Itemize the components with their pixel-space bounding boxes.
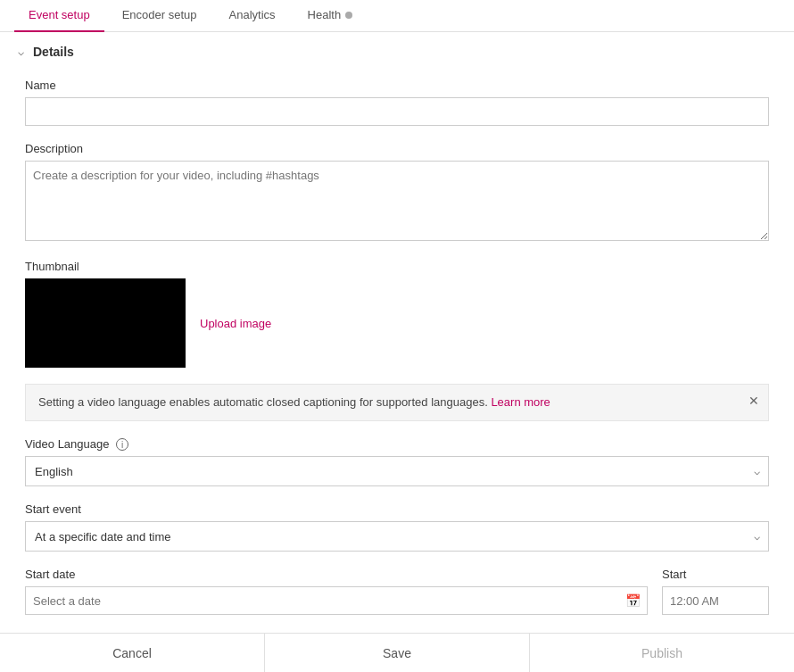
description-field-group: Description (25, 142, 769, 244)
start-date-input[interactable] (25, 586, 648, 615)
video-language-group: Video Language i English Spanish French … (25, 437, 769, 487)
info-banner-text: Setting a video language enables automat… (38, 395, 488, 409)
footer: Cancel Save Publish (0, 633, 794, 672)
details-section-header[interactable]: ⌵ Details (0, 32, 794, 71)
name-input[interactable] (25, 97, 769, 126)
main-content: ⌵ Details Name Description Thumbnail Upl… (0, 32, 794, 633)
start-date-label: Start date (25, 568, 648, 581)
start-date-group: Start date 📅 (25, 568, 648, 615)
details-section: ⌵ Details Name Description Thumbnail Upl… (0, 32, 794, 633)
tab-health[interactable]: Health (294, 0, 368, 32)
start-time-label: Start (662, 568, 769, 581)
video-language-select-wrapper: English Spanish French German Japanese C… (25, 456, 769, 486)
datetime-row: Start date 📅 Start (25, 568, 769, 615)
save-button[interactable]: Save (265, 634, 530, 672)
description-textarea[interactable] (25, 161, 769, 241)
tab-analytics[interactable]: Analytics (215, 0, 290, 32)
tab-event-setup[interactable]: Event setup (14, 0, 104, 32)
start-event-select[interactable]: At a specific date and time Immediately … (25, 521, 769, 552)
start-event-group: Start event At a specific date and time … (25, 502, 769, 552)
tab-bar: Event setup Encoder setup Analytics Heal… (0, 0, 794, 32)
details-section-body: Name Description Thumbnail Upload image … (0, 71, 794, 633)
start-time-input[interactable] (662, 586, 769, 615)
start-event-label: Start event (25, 502, 769, 516)
thumbnail-preview (25, 278, 186, 368)
thumbnail-label: Thumbnail (25, 260, 769, 273)
calendar-icon[interactable]: 📅 (625, 593, 641, 608)
details-chevron-icon: ⌵ (18, 46, 24, 58)
video-language-label: Video Language i (25, 437, 769, 452)
upload-image-link[interactable]: Upload image (200, 317, 271, 330)
video-language-select[interactable]: English Spanish French German Japanese C… (25, 456, 769, 486)
name-field-group: Name (25, 79, 769, 126)
description-label: Description (25, 142, 769, 155)
start-time-group: Start (662, 568, 769, 615)
start-event-select-wrapper: At a specific date and time Immediately … (25, 521, 769, 552)
info-banner: Setting a video language enables automat… (25, 384, 769, 421)
details-section-title: Details (33, 45, 74, 59)
date-input-wrapper: 📅 (25, 586, 648, 615)
name-label: Name (25, 79, 769, 92)
info-banner-close-button[interactable]: ✕ (749, 392, 759, 411)
learn-more-link[interactable]: Learn more (491, 395, 550, 409)
cancel-button[interactable]: Cancel (0, 634, 265, 672)
video-language-info-icon: i (116, 438, 128, 451)
publish-button[interactable]: Publish (530, 634, 794, 672)
health-status-dot (345, 12, 352, 19)
thumbnail-container: Upload image (25, 278, 769, 368)
tab-encoder-setup[interactable]: Encoder setup (108, 0, 211, 32)
thumbnail-field-group: Thumbnail Upload image (25, 260, 769, 368)
